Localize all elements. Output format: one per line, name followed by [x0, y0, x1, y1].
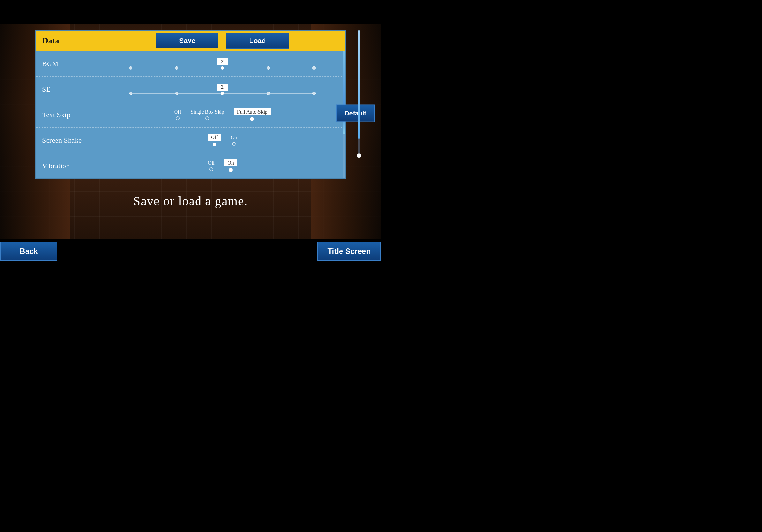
screen-shake-control: Off On [100, 134, 345, 146]
bgm-slider-container: 2 [106, 58, 339, 70]
main-scrollbar-handle [357, 154, 361, 158]
load-button[interactable]: Load [226, 33, 289, 49]
bgm-value: 2 [217, 58, 228, 65]
text-skip-off-option[interactable]: Off [174, 109, 181, 120]
vibration-control: Off On [100, 160, 345, 172]
se-line-3 [224, 93, 267, 94]
bgm-dot-0[interactable] [129, 66, 132, 70]
screen-shake-on-circle[interactable] [232, 142, 236, 146]
default-button[interactable]: Default [336, 104, 375, 122]
bgm-label: BGM [36, 60, 100, 68]
bgm-track[interactable] [129, 66, 316, 70]
screen-shake-off-label: Off [208, 134, 221, 141]
bgm-line-3 [224, 68, 267, 68]
text-skip-full-option[interactable]: Full Auto-Skip [234, 108, 271, 121]
text-skip-single-label: Single Box Skip [191, 109, 224, 115]
vibration-row: Vibration Off On [36, 153, 345, 178]
vibration-off-circle[interactable] [209, 167, 213, 171]
bgm-control: 2 [100, 58, 345, 70]
vibration-off-label: Off [208, 160, 215, 166]
bgm-line-1 [132, 68, 175, 68]
screen-shake-off-option[interactable]: Off [208, 134, 221, 146]
se-value: 2 [217, 84, 228, 91]
content-area: Data Save Load BGM 2 [0, 24, 381, 239]
se-dot-0[interactable] [129, 92, 132, 95]
bgm-dot-3[interactable] [267, 66, 270, 70]
bottom-description-text: Save or load a game. [0, 194, 381, 209]
bgm-line-4 [270, 68, 313, 68]
text-skip-single-option[interactable]: Single Box Skip [191, 109, 224, 120]
vibration-on-option[interactable]: On [224, 160, 237, 172]
se-row: SE 2 [36, 76, 345, 102]
text-skip-full-circle[interactable] [250, 117, 254, 121]
text-skip-off-label: Off [174, 109, 181, 115]
vibration-radio-group: Off On [106, 160, 339, 172]
text-skip-radio-group: Off Single Box Skip Full Auto-Skip [106, 108, 339, 121]
se-line-2 [178, 93, 221, 94]
screen-shake-row: Screen Shake Off On [36, 127, 345, 153]
text-skip-label: Text Skip [36, 111, 100, 119]
bgm-row: BGM 2 [36, 51, 345, 76]
se-line-4 [270, 93, 313, 94]
bgm-dot-2[interactable] [221, 66, 224, 70]
se-track[interactable] [129, 92, 316, 95]
title-screen-button[interactable]: Title Screen [317, 242, 381, 261]
settings-panel: Data Save Load BGM 2 [35, 30, 346, 179]
se-control: 2 [100, 84, 345, 95]
back-button[interactable]: Back [0, 242, 57, 261]
vibration-label: Vibration [36, 162, 100, 170]
se-dot-1[interactable] [175, 92, 178, 95]
se-label: SE [36, 85, 100, 94]
se-slider-container: 2 [106, 84, 339, 95]
se-dot-2[interactable] [221, 92, 224, 95]
se-dot-3[interactable] [267, 92, 270, 95]
top-bar [0, 0, 381, 24]
vibration-on-circle[interactable] [229, 168, 233, 172]
bgm-line-2 [178, 68, 221, 68]
text-skip-full-label: Full Auto-Skip [234, 108, 271, 115]
text-skip-control: Off Single Box Skip Full Auto-Skip [100, 108, 345, 121]
se-dot-4[interactable] [312, 92, 316, 95]
text-skip-row: Text Skip Off Single Box Skip Full Auto-… [36, 102, 345, 127]
screen-shake-radio-group: Off On [106, 134, 339, 146]
bgm-dot-1[interactable] [175, 66, 178, 70]
data-buttons: Save Load [100, 33, 345, 49]
text-skip-off-circle[interactable] [176, 116, 180, 120]
screen-shake-label: Screen Shake [36, 136, 100, 145]
main-scrollbar[interactable] [358, 30, 360, 158]
screen-shake-on-option[interactable]: On [231, 135, 237, 146]
se-line-1 [132, 93, 175, 94]
vibration-off-option[interactable]: Off [208, 160, 215, 171]
screen-shake-on-label: On [231, 135, 237, 140]
main-scrollbar-thumb [358, 30, 360, 139]
vibration-on-label: On [224, 160, 237, 166]
save-button[interactable]: Save [155, 33, 219, 49]
text-skip-single-circle[interactable] [205, 116, 209, 120]
screen-shake-off-circle[interactable] [212, 143, 216, 146]
bgm-dot-4[interactable] [312, 66, 316, 70]
data-label: Data [36, 31, 100, 51]
data-row: Data Save Load [36, 31, 345, 51]
